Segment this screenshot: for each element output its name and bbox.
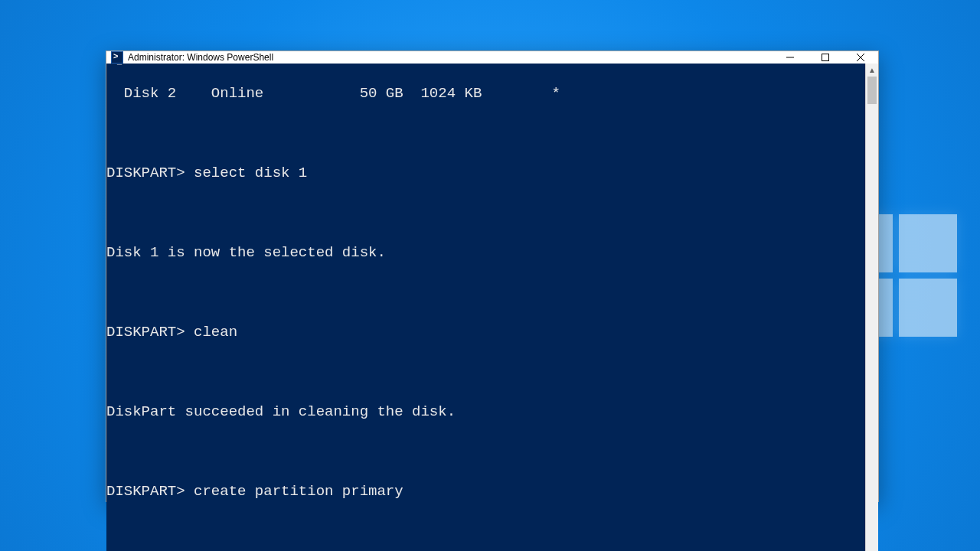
powershell-icon (111, 51, 123, 64)
prompt-line: DISKPART> clean (106, 322, 865, 342)
vertical-scrollbar[interactable]: ▲ ▼ (865, 64, 878, 551)
svg-rect-1 (822, 54, 829, 61)
disk-list-row: Disk 2 Online 50 GB 1024 KB * (106, 83, 865, 103)
minimize-button[interactable] (773, 51, 808, 64)
titlebar[interactable]: Administrator: Windows PowerShell (106, 51, 878, 64)
scroll-up-button[interactable]: ▲ (866, 64, 878, 77)
window-controls (773, 51, 878, 64)
scrollbar-thumb[interactable] (867, 77, 877, 104)
msg-selected: Disk 1 is now the selected disk. (106, 243, 865, 262)
cmd-select-disk: select disk 1 (194, 165, 307, 181)
prompt-line: DISKPART> select disk 1 (106, 163, 865, 183)
prompt-line: DISKPART> create partition primary (106, 481, 865, 501)
close-button[interactable] (843, 51, 878, 64)
terminal-output[interactable]: Disk 2 Online 50 GB 1024 KB * DISKPART> … (106, 64, 865, 551)
window-title: Administrator: Windows PowerShell (128, 52, 773, 63)
cmd-create-partition: create partition primary (194, 483, 403, 500)
msg-clean: DiskPart succeeded in cleaning the disk. (106, 402, 865, 422)
cmd-clean: clean (194, 324, 237, 341)
maximize-button[interactable] (808, 51, 843, 64)
powershell-window: Administrator: Windows PowerShell Disk 2… (106, 51, 879, 502)
